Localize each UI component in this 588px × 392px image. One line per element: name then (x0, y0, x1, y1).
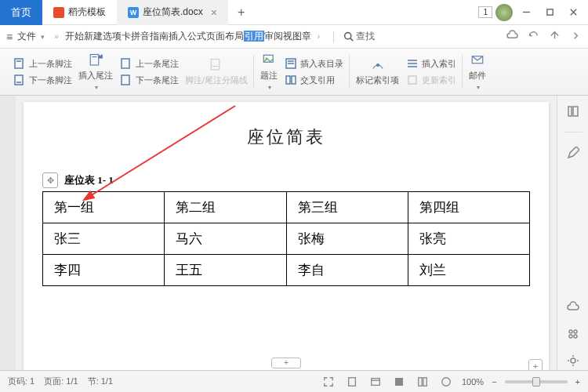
svg-rect-45 (419, 377, 422, 386)
caption-button[interactable]: 题注▾ (257, 53, 281, 91)
svg-point-38 (571, 358, 575, 363)
file-dropdown-icon[interactable]: ▾ (41, 33, 45, 41)
document-title[interactable]: 座位简表 (42, 125, 530, 149)
table-caption[interactable]: 座位表 1- 1 (64, 173, 114, 187)
page[interactable]: 座位简表 ✥ 座位表 1- 1 第一组第二组第三组第四组 张三马六张梅张亮 李四… (24, 102, 549, 370)
tab-templates-label: 稻壳模板 (68, 5, 106, 19)
menu-bar: ≡ 文件 ▾ » 开始新建选项卡拼音指南插入公式页面布局引用审阅视图章 › │ … (0, 25, 588, 49)
insert-endnote-button[interactable]: ab 插入尾注▾ (75, 53, 116, 91)
mail-button[interactable]: 邮件▾ (466, 53, 489, 91)
separator-icon (209, 58, 223, 72)
vertical-ruler[interactable] (0, 96, 16, 370)
search-button[interactable]: 查找 (343, 30, 375, 43)
toolbox-icon[interactable] (564, 325, 583, 343)
svg-rect-32 (568, 107, 572, 116)
table-row[interactable]: 李四王五李自刘兰 (43, 255, 530, 286)
svg-rect-39 (349, 377, 356, 386)
endnote-icon: ab (89, 53, 103, 67)
svg-rect-46 (423, 377, 426, 386)
cloud-sync-icon[interactable] (564, 298, 583, 317)
svg-rect-16 (211, 59, 220, 70)
table-move-handle[interactable]: ✥ (42, 172, 58, 188)
add-row-button[interactable]: + (528, 359, 543, 370)
tab-close-button[interactable]: × (211, 6, 217, 19)
page-number-label[interactable]: 页码: 1 (8, 376, 34, 387)
chevron-right-icon[interactable]: › (318, 32, 320, 41)
svg-rect-33 (573, 107, 578, 116)
prev-footnote-icon (13, 56, 27, 71)
insert-index-icon (405, 56, 419, 71)
svg-point-47 (442, 377, 451, 386)
crossref-icon (284, 73, 298, 87)
zoom-out-button[interactable]: − (492, 377, 496, 387)
svg-rect-29 (408, 76, 416, 84)
sidebar-toggle-icon[interactable] (564, 102, 583, 121)
share-icon[interactable] (549, 30, 561, 44)
caption-icon (262, 53, 276, 67)
toc-crossref[interactable]: 插入表目录 交叉引用 (281, 56, 347, 87)
prev-endnote-icon (119, 56, 133, 71)
pencil-icon[interactable] (564, 143, 583, 162)
docer-icon (53, 7, 64, 18)
table-row[interactable]: 第一组第二组第三组第四组 (43, 192, 530, 223)
add-column-button[interactable]: + (271, 358, 301, 368)
chevron-right-icon[interactable]: » (54, 32, 59, 41)
hamburger-icon[interactable]: ≡ (6, 31, 13, 43)
ribbon: 上一条脚注 下一条脚注 ab 插入尾注▾ 上一条尾注 下一条尾注 脚注/尾注分隔… (0, 49, 588, 96)
close-window-button[interactable] (563, 2, 583, 23)
next-endnote-icon (119, 73, 133, 87)
svg-point-25 (376, 64, 379, 66)
document-area: 座位简表 ✥ 座位表 1- 1 第一组第二组第三组第四组 张三马六张梅张亮 李四… (0, 96, 557, 370)
footnote-nav[interactable]: 上一条脚注 下一条脚注 (9, 56, 75, 87)
section-label[interactable]: 节: 1/1 (88, 376, 113, 387)
svg-rect-11 (90, 54, 99, 65)
view-web-icon[interactable] (368, 374, 383, 390)
mark-index-button[interactable]: 标记索引项 (353, 58, 402, 86)
user-avatar[interactable] (495, 4, 513, 21)
svg-point-35 (574, 330, 577, 333)
view-read-icon[interactable] (391, 374, 407, 390)
separator-line-button: 脚注/尾注分隔线 (182, 58, 251, 86)
zoom-label[interactable]: 100% (462, 377, 484, 387)
view-columns-icon[interactable] (438, 374, 454, 390)
window-count[interactable]: 1 (478, 6, 492, 18)
ribbon-tabs[interactable]: 开始新建选项卡拼音指南插入公式页面布局引用审阅视图章 (65, 30, 311, 43)
file-menu[interactable]: 文件 (17, 30, 36, 43)
svg-rect-15 (122, 75, 129, 85)
settings-icon[interactable] (564, 351, 583, 370)
expand-icon[interactable] (570, 30, 582, 44)
tab-document-label: 座位简表.docx (143, 5, 203, 19)
tab-add[interactable]: + (228, 0, 254, 25)
svg-rect-14 (122, 59, 129, 68)
zoom-slider[interactable] (505, 380, 568, 383)
svg-rect-7 (15, 59, 23, 68)
svg-rect-24 (292, 76, 296, 84)
tab-templates[interactable]: 稻壳模板 (42, 0, 117, 25)
undo-icon[interactable] (528, 30, 539, 44)
side-panel (557, 96, 588, 370)
seating-table[interactable]: 第一组第二组第三组第四组 张三马六张梅张亮 李四王五李自刘兰 (42, 191, 530, 286)
view-fullscreen-icon[interactable] (321, 374, 336, 390)
endnote-nav[interactable]: 上一条尾注 下一条尾注 (116, 56, 182, 87)
svg-rect-1 (546, 9, 552, 15)
svg-point-4 (344, 33, 350, 39)
tab-document[interactable]: W 座位简表.docx × (117, 0, 228, 25)
toc-icon (284, 56, 298, 71)
svg-rect-40 (372, 378, 380, 385)
status-bar: 页码: 1 页面: 1/1 节: 1/1 100% − + (0, 370, 588, 392)
svg-rect-23 (286, 76, 290, 84)
index-group[interactable]: 插入索引 更新索引 (402, 56, 459, 87)
page-label[interactable]: 页面: 1/1 (44, 376, 78, 387)
mark-index-icon (371, 58, 385, 72)
table-row[interactable]: 张三马六张梅张亮 (43, 223, 530, 255)
view-outline-icon[interactable] (415, 374, 430, 390)
title-bar: 首页 稻壳模板 W 座位简表.docx × + 1 (0, 0, 588, 25)
cloud-icon[interactable] (506, 30, 518, 44)
word-icon: W (128, 7, 139, 18)
zoom-in-button[interactable]: + (575, 377, 580, 387)
svg-rect-9 (15, 75, 23, 85)
view-print-icon[interactable] (344, 374, 360, 390)
tab-home[interactable]: 首页 (0, 0, 42, 25)
maximize-button[interactable] (539, 2, 560, 23)
minimize-button[interactable] (516, 2, 536, 23)
